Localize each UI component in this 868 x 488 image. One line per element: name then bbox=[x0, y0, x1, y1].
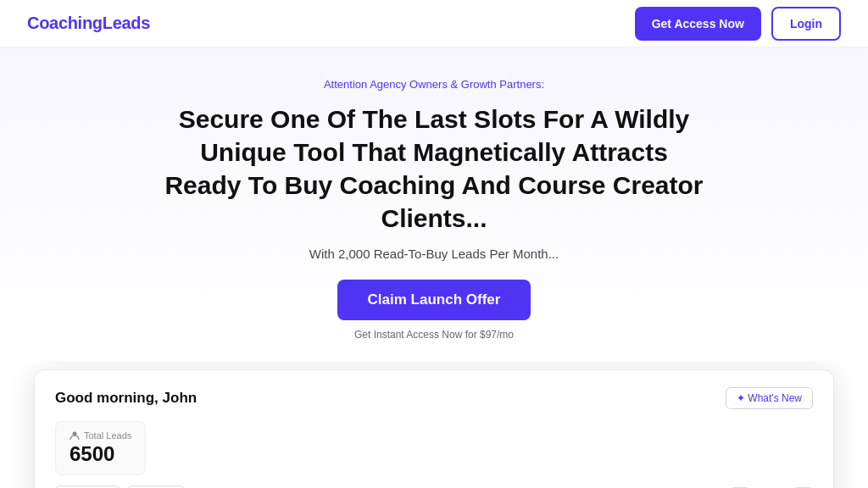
person-icon bbox=[70, 430, 80, 441]
total-leads-card: Total Leads 6500 bbox=[55, 421, 146, 475]
nav-buttons: Get Access Now Login bbox=[635, 7, 841, 41]
hero-headline: Secure One Of The Last Slots For A Wildl… bbox=[163, 103, 705, 235]
whats-new-button[interactable]: ✦ What's New bbox=[726, 387, 813, 409]
dashboard-wrapper: Good morning, John ✦ What's New Total Le… bbox=[0, 369, 868, 488]
claim-offer-button[interactable]: Claim Launch Offer bbox=[337, 280, 531, 320]
get-access-button[interactable]: Get Access Now bbox=[635, 7, 761, 41]
hero-attention: Attention Agency Owners & Growth Partner… bbox=[27, 78, 841, 91]
hero-fine-print: Get Instant Access Now for $97/mo bbox=[27, 329, 841, 341]
login-button[interactable]: Login bbox=[771, 7, 841, 41]
dashboard-header: Good morning, John ✦ What's New bbox=[55, 387, 813, 409]
brand-logo: CoachingLeads bbox=[27, 14, 150, 33]
total-leads-label: Total Leads bbox=[70, 430, 131, 441]
hero-section: Attention Agency Owners & Growth Partner… bbox=[0, 47, 868, 361]
navbar: CoachingLeads Get Access Now Login bbox=[0, 0, 868, 47]
total-leads-count: 6500 bbox=[70, 442, 131, 466]
dashboard-card: Good morning, John ✦ What's New Total Le… bbox=[34, 369, 834, 488]
hero-subheading: With 2,000 Read-To-Buy Leads Per Month..… bbox=[27, 247, 841, 261]
dashboard-greeting: Good morning, John bbox=[55, 390, 197, 407]
